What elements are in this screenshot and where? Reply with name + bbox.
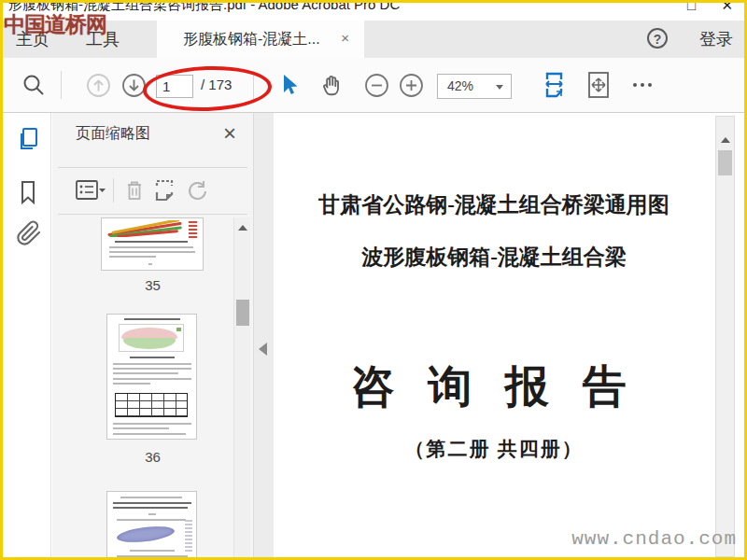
thumbnail-page-35[interactable] [101, 217, 204, 271]
close-window-button[interactable]: ✕ [721, 3, 733, 14]
panel-divider [113, 178, 114, 203]
next-page-icon[interactable] [120, 58, 147, 112]
site-url-watermark: www.cndao.com [571, 528, 737, 550]
scroll-up-icon[interactable] [238, 225, 247, 231]
thumbnail-chart [119, 324, 184, 352]
rotate-pages-icon[interactable] [185, 178, 209, 203]
document-page: 甘肃省公路钢-混凝土组合桥梁通用图 波形腹板钢箱-混凝土组合梁 咨 询 报 告 … [274, 113, 744, 557]
thumbnail-label: 36 [52, 449, 253, 465]
site-stamp-watermark: 中国道桥网 [4, 10, 106, 39]
collapse-panel-icon[interactable] [259, 343, 267, 356]
thumbnail-mesh-diagram [116, 524, 175, 544]
thumbnail-page-37[interactable] [106, 491, 197, 560]
zoom-level-value: 42% [447, 78, 473, 93]
scrollbar-thumb[interactable] [236, 300, 249, 326]
thumbnail-table [115, 393, 188, 417]
thumbnail-page-36[interactable] [106, 314, 197, 440]
document-tab-close-icon[interactable]: × [341, 30, 349, 46]
previous-page-icon[interactable] [85, 58, 111, 112]
zoom-level-dropdown[interactable]: 42% [437, 74, 512, 99]
panel-divider [58, 214, 247, 215]
bookmarks-icon[interactable] [16, 178, 40, 206]
delete-pages-icon[interactable] [123, 178, 146, 203]
doc-subtitle: （第二册 共四册） [274, 436, 714, 462]
help-icon[interactable]: ? [647, 28, 668, 49]
hand-tool-icon[interactable] [318, 58, 346, 112]
content-area: 页面缩略图 × [3, 113, 744, 557]
zoom-out-icon[interactable] [363, 58, 389, 112]
panel-divider [58, 167, 247, 168]
panel-close-icon[interactable]: × [223, 120, 236, 147]
navigation-rail [3, 113, 51, 557]
zoom-in-icon[interactable] [398, 58, 424, 112]
document-tab[interactable]: 形腹板钢箱-混凝土... × [157, 21, 364, 58]
fit-width-icon[interactable] [539, 58, 569, 112]
thumbnails-scrollbar[interactable] [233, 217, 250, 557]
thumbnail-diagram [107, 220, 186, 237]
scrollbar-thumb[interactable] [718, 150, 732, 175]
attachments-icon[interactable] [16, 219, 42, 247]
more-tools-icon[interactable] [628, 82, 656, 88]
maximize-button[interactable]: □ [687, 3, 696, 13]
fit-page-icon[interactable] [584, 58, 613, 112]
page-thumbnails-icon[interactable] [16, 126, 42, 154]
toolbar-divider [61, 71, 62, 99]
document-scrollbar[interactable] [715, 116, 735, 557]
page-thumbnails-panel: 页面缩略图 × [52, 113, 253, 557]
chevron-down-icon [496, 85, 503, 90]
panel-title: 页面缩略图 [76, 124, 150, 144]
scroll-up-icon[interactable] [721, 137, 730, 143]
insert-pages-icon[interactable] [151, 177, 177, 203]
doc-heading2: 波形腹板钢箱-混凝土组合梁 [274, 243, 714, 272]
doc-title: 咨 询 报 告 [274, 357, 714, 416]
acrobat-window: 形腹板钢箱-混凝土组合梁咨询报告.pdf - Adobe Acrobat Pro… [0, 0, 747, 560]
sign-in-button[interactable]: 登录 [699, 21, 733, 58]
title-bar: 形腹板钢箱-混凝土组合梁咨询报告.pdf - Adobe Acrobat Pro… [3, 3, 744, 21]
main-toolbar: 1 / 173 42% [3, 58, 744, 113]
page-number-input[interactable]: 1 [156, 75, 193, 98]
tab-bar: 主页 工具 形腹板钢箱-混凝土... × ? 登录 [3, 21, 744, 58]
document-tab-label: 形腹板钢箱-混凝土... [183, 21, 320, 58]
page-count-label: / 173 [201, 77, 232, 92]
thumbnail-options-icon[interactable] [75, 178, 106, 203]
select-tool-icon[interactable] [275, 58, 302, 112]
toolbar-divider [253, 71, 254, 99]
thumbnail-label: 35 [52, 277, 253, 293]
search-icon[interactable] [20, 58, 48, 112]
doc-heading1: 甘肃省公路钢-混凝土组合桥梁通用图 [274, 190, 714, 219]
panel-collapse-strip[interactable] [253, 113, 274, 557]
